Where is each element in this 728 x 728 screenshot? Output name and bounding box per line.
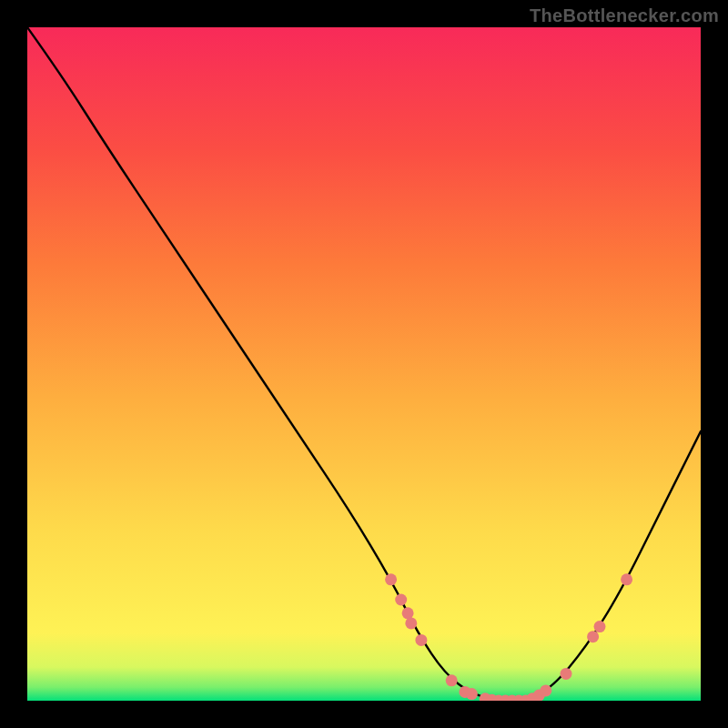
data-marker: [587, 631, 599, 642]
data-marker: [446, 674, 458, 686]
data-marker: [594, 621, 606, 632]
data-marker: [466, 688, 478, 700]
curve-layer: [27, 27, 701, 701]
chart-frame: TheBottlenecker.com: [0, 0, 728, 728]
data-marker: [405, 617, 417, 629]
data-marker: [561, 668, 572, 680]
data-marker: [415, 634, 427, 646]
source-label: TheBottlenecker.com: [530, 5, 719, 26]
data-marker: [385, 573, 397, 585]
data-marker: [395, 594, 407, 606]
plot-area: [27, 27, 701, 701]
data-marker: [621, 573, 632, 585]
data-marker: [402, 607, 414, 619]
bottleneck-curve: [27, 27, 701, 701]
data-marker: [540, 684, 551, 696]
